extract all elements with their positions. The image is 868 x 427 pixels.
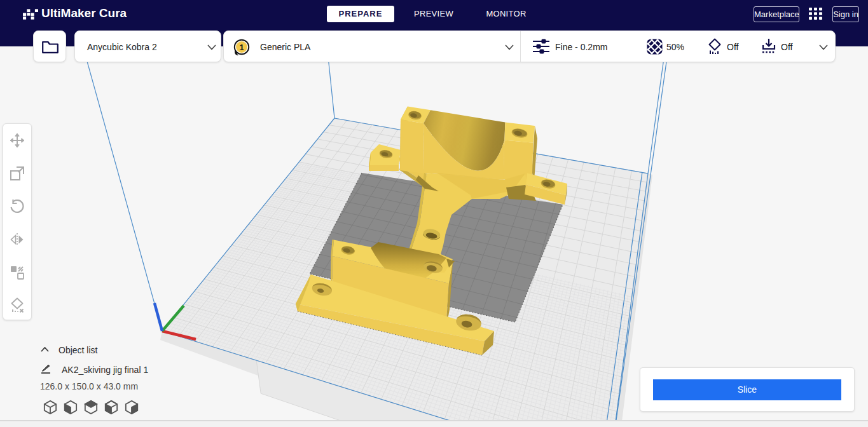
svg-text:1: 1 <box>239 43 244 52</box>
